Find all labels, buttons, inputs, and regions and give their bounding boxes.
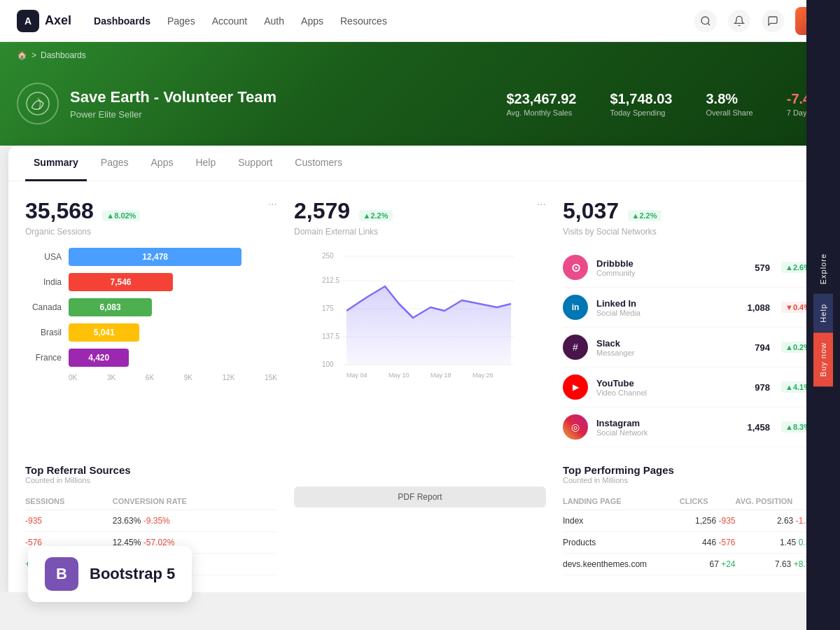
domain-links-section: 2,579 ▲2.2% ··· Domain External Links 25… xyxy=(294,198,546,447)
monthly-sales-value: $23,467.92 xyxy=(506,91,576,107)
bootstrap-icon: B xyxy=(45,557,78,591)
bar-row-canada: Canada 6,083 xyxy=(25,298,277,316)
col-position: AVG. POSITION xyxy=(736,493,816,510)
axis-3k: 3K xyxy=(107,374,115,382)
pdf-report-button[interactable]: PDF Report xyxy=(294,486,546,507)
organic-sessions-badge: ▲8.02% xyxy=(102,210,140,221)
nav-apps[interactable]: Apps xyxy=(301,15,323,27)
social-visits-value: 5,037 xyxy=(563,198,619,223)
page-pos-2: 1.45 0.32 xyxy=(736,532,816,554)
message-icon xyxy=(767,15,778,27)
overall-share-value: 3.8% xyxy=(706,91,752,107)
hero-banner: 🏠 > Dashboards Save Earth - Volunteer Te… xyxy=(0,42,840,146)
tab-support[interactable]: Support xyxy=(230,146,281,181)
rate-1: 23.63% -9.35% xyxy=(113,510,277,532)
organic-sessions-header: 35,568 ▲8.02% ··· xyxy=(25,198,277,224)
col-clicks: CLICKS xyxy=(680,493,736,510)
breadcrumb-current: Dashboards xyxy=(41,50,86,60)
nav-right: U xyxy=(694,7,823,35)
domain-links-more[interactable]: ··· xyxy=(537,198,546,211)
page-name-2: Products xyxy=(563,532,680,554)
nav-logo[interactable]: A Axel xyxy=(17,10,71,32)
organic-sessions-more[interactable]: ··· xyxy=(268,198,277,211)
top-pages-subtitle: Counted in Millions xyxy=(563,476,815,484)
top-pages-table: LANDING PAGE CLICKS AVG. POSITION Index … xyxy=(563,493,815,575)
social-list: ⊙ Dribbble Community 579 ▲2.6% in Linked… xyxy=(563,248,815,447)
nav-account[interactable]: Account xyxy=(212,15,248,27)
line-chart-svg: 250 212.5 175 137.5 100 xyxy=(294,248,546,388)
hero-org-info: Save Earth - Volunteer Team Power Elite … xyxy=(70,88,276,120)
organic-sessions-value: 35,568 xyxy=(25,198,94,223)
nav-pages[interactable]: Pages xyxy=(167,15,195,27)
nav-resources[interactable]: Resources xyxy=(340,15,387,27)
referral-title: Top Referral Sources xyxy=(25,464,277,476)
svg-text:May 18: May 18 xyxy=(430,372,451,379)
social-row-linkedin: in Linked In Social Media 1,088 ▼0.4% xyxy=(563,288,815,328)
right-panel: Explore Help Buy now xyxy=(806,0,840,592)
search-icon xyxy=(700,15,711,27)
page-name-3: devs.keenthemes.com xyxy=(563,554,680,575)
axis-15k: 15K xyxy=(265,374,277,382)
notifications-button[interactable] xyxy=(728,10,750,32)
svg-text:100: 100 xyxy=(322,360,334,368)
hero-stat-today-spending: $1,748.03 Today Spending xyxy=(610,91,673,117)
social-visits-header: 5,037 ▲2.2% ··· xyxy=(563,198,815,224)
social-visits-badge: ▲2.2% xyxy=(628,210,662,221)
svg-text:137.5: 137.5 xyxy=(322,332,340,340)
bar-row-india: India 7,546 xyxy=(25,273,277,291)
social-visits-title-row: 5,037 ▲2.2% xyxy=(563,198,662,224)
bar-label-usa: USA xyxy=(25,252,62,262)
search-button[interactable] xyxy=(694,10,717,32)
hero-stat-overall-share: 3.8% Overall Share xyxy=(706,91,752,117)
svg-text:May 26: May 26 xyxy=(472,372,493,379)
today-spending-label: Today Spending xyxy=(610,108,673,117)
tab-summary[interactable]: Summary xyxy=(25,146,87,181)
linkedin-count: 1,088 xyxy=(747,302,770,313)
page-row-3: devs.keenthemes.com 67 +24 7.63 +8.73 xyxy=(563,554,815,575)
instagram-type: Social Network xyxy=(596,428,747,437)
nav-dashboards[interactable]: Dashboards xyxy=(94,15,150,27)
social-row-instagram: ◎ Instagram Social Network 1,458 ▲8.3% xyxy=(563,407,815,447)
page-clicks-3: 67 +24 xyxy=(680,554,736,575)
organic-sessions-title-row: 35,568 ▲8.02% xyxy=(25,198,140,224)
social-row-dribbble: ⊙ Dribbble Community 579 ▲2.6% xyxy=(563,248,815,288)
breadcrumb: 🏠 > Dashboards xyxy=(17,42,823,69)
tab-help[interactable]: Help xyxy=(187,146,224,181)
social-visits-section: 5,037 ▲2.2% ··· Visits by Social Network… xyxy=(563,198,815,447)
slack-info: Slack Messanger xyxy=(596,338,755,357)
youtube-count: 978 xyxy=(755,382,770,393)
tab-customers[interactable]: Customers xyxy=(286,146,351,181)
bar-track-france: 4,420 xyxy=(69,349,277,367)
messages-button[interactable] xyxy=(762,10,784,32)
tab-apps[interactable]: Apps xyxy=(143,146,182,181)
dribbble-icon: ⊙ xyxy=(563,255,588,280)
bar-fill-india: 7,546 xyxy=(69,273,173,291)
svg-text:212.5: 212.5 xyxy=(322,276,340,284)
bar-row-france: France 4,420 xyxy=(25,349,277,367)
svg-text:May 10: May 10 xyxy=(388,372,410,379)
dribbble-count: 579 xyxy=(755,262,770,273)
axis-6k: 6K xyxy=(146,374,154,382)
tab-pages[interactable]: Pages xyxy=(92,146,137,181)
navbar: A Axel Dashboards Pages Account Auth App… xyxy=(0,0,840,42)
social-row-slack: # Slack Messanger 794 ▲0.2% xyxy=(563,328,815,368)
page-pos-3: 7.63 +8.73 xyxy=(736,554,816,575)
buy-now-button[interactable]: Buy now xyxy=(813,332,833,386)
overall-share-label: Overall Share xyxy=(706,108,752,117)
page-clicks-1: 1,256 -935 xyxy=(680,510,736,532)
bar-fill-france: 4,420 xyxy=(69,349,129,367)
page-name-1: Index xyxy=(563,510,680,532)
line-chart-container: 250 212.5 175 137.5 100 xyxy=(294,248,546,391)
organic-sessions-label: Organic Sessions xyxy=(25,227,277,237)
linkedin-type: Social Media xyxy=(596,309,747,317)
bootstrap-badge: B Bootstrap 5 xyxy=(28,546,192,592)
pdf-section: PDF Report xyxy=(294,464,546,575)
dribbble-name: Dribbble xyxy=(596,258,755,269)
svg-text:175: 175 xyxy=(322,304,334,312)
bar-track-india: 7,546 xyxy=(69,273,277,291)
help-side-button[interactable]: Help xyxy=(813,294,833,332)
explore-button[interactable]: Explore xyxy=(813,244,833,294)
axis-9k: 9K xyxy=(184,374,192,382)
referral-subtitle: Counted in Millions xyxy=(25,476,277,484)
nav-auth[interactable]: Auth xyxy=(264,15,284,27)
